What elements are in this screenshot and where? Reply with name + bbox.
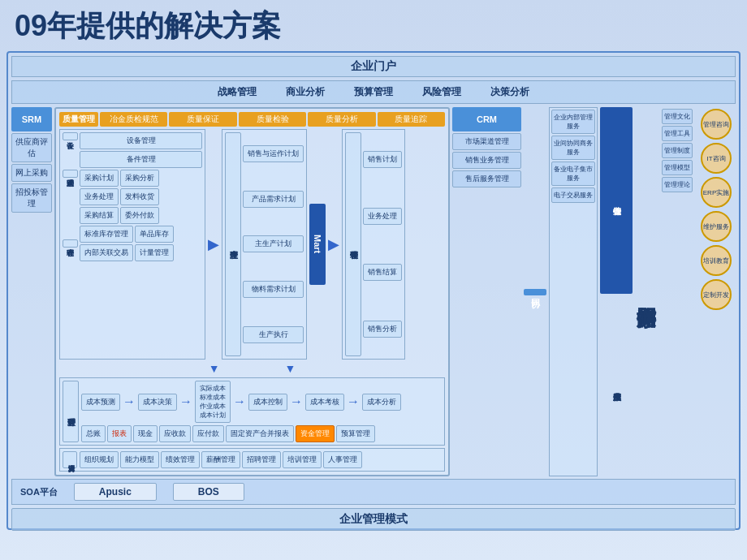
big-text: 抖嗣需炸东渊 — [635, 107, 658, 476]
product-demand-plan: 产品需求计划 — [243, 191, 304, 208]
mgmt-theory: 管理理论 — [662, 177, 693, 192]
mart-container: Mart — [309, 129, 326, 360]
equipment-row: 设备 设备管理 备件管理 — [63, 132, 202, 168]
best-practice-col: 钢铁行业 最佳应用实践 — [600, 107, 633, 476]
hr-personnel: 人事管理 — [323, 451, 362, 468]
ent-service-3: 备业电子集市服务 — [551, 162, 595, 186]
arrow-right-1: ▶ — [208, 129, 219, 360]
service-custom: 定制开发 — [701, 279, 732, 310]
ent-service-2: 业间协同商务服务 — [551, 136, 595, 160]
quality-item-2: 质量检验 — [239, 112, 306, 127]
best-practice: 最佳应用实践 — [600, 296, 633, 476]
sales-section: 销售管理 销售计划 业务处理 销售结算 销售分析 — [342, 129, 405, 360]
cost-analysis: 成本分析 — [362, 394, 401, 411]
mgmt-tools: 管理工具 — [662, 126, 693, 141]
hr-recruit: 招聘管理 — [242, 451, 281, 468]
cost-assessment: 成本考核 — [305, 394, 344, 411]
sales-plan: 销售计划 — [363, 151, 402, 168]
after-service: 售后服务管理 — [452, 170, 521, 187]
crm-column: CRM 市场渠道管理 销售业务管理 售后服务管理 — [452, 107, 521, 476]
purchase-row: 采购管理 采购计划 采购分析 业务处理 发料收货 — [63, 170, 202, 224]
steel-industry: 钢铁行业 — [600, 107, 633, 294]
production-section: 生产管理 销售与运作计划 产品需求计划 主生产计划 物料需求计划 生产执行 — [222, 129, 307, 360]
portal-header: 企业门户 — [11, 56, 736, 77]
biz-processing: 业务处理 — [80, 188, 119, 205]
service-maintenance: 维护服务 — [701, 211, 732, 242]
srm-box: SRM — [11, 107, 52, 131]
production-label: 生产管理 — [225, 132, 241, 356]
mart-box: Mart — [309, 204, 326, 285]
ledger-fixed-assets: 固定资产合并报表 — [226, 425, 294, 442]
sales-label: 销售管理 — [345, 132, 361, 356]
mgmt-system: 管理制度 — [662, 143, 693, 158]
cost-decision: 成本决策 — [138, 394, 177, 411]
cost-control: 成本控制 — [248, 394, 287, 411]
purchase-settlement: 采购结算 — [80, 207, 119, 224]
crm-box: CRM — [452, 107, 521, 131]
purchase-label: 采购管理 — [63, 170, 78, 178]
cost-row: 成本预测 → 成本决策 → 实际成本 标准成本 作业成本 成本计划 → 成本控制… — [81, 381, 442, 423]
top-nav: 战略管理 商业分析 预算管理 风险管理 决策分析 — [11, 80, 736, 104]
service-training: 培训教育 — [701, 245, 732, 276]
ledger-general: 总账 — [81, 425, 106, 442]
outsource-payment: 委外付款 — [120, 207, 159, 224]
purchase-analysis: 采购分析 — [120, 170, 159, 187]
warehouse-row: 仓存管理 标准库存管理 单品库存 内部关联交易 计量管理 — [63, 226, 202, 261]
market-channel: 市场渠道管理 — [452, 133, 521, 150]
nav-item-business[interactable]: 商业分析 — [279, 84, 331, 101]
srm-bidding: 招投标管理 — [11, 183, 52, 213]
cost-types: 实际成本 标准成本 作业成本 成本计划 — [195, 381, 231, 423]
quality-item-1: 质量保证 — [169, 112, 236, 127]
master-production-plan: 主生产计划 — [243, 235, 304, 252]
srm-items: 供应商评估 网上采购 招投标管理 — [11, 133, 52, 476]
mgmt-culture: 管理文化 — [662, 109, 693, 124]
ledger-cash: 现金 — [133, 425, 158, 442]
after-sales: 销售业务管理 — [452, 152, 521, 169]
srm-supplier: 供应商评估 — [11, 133, 52, 162]
quality-label: 质量管理 — [59, 112, 98, 127]
nav-item-decision[interactable]: 决策分析 — [484, 84, 536, 101]
quality-item-3: 质量分析 — [308, 112, 375, 127]
quality-bar: 质量管理 冶金质检规范 质量保证 质量检验 质量分析 质量追踪 — [59, 112, 445, 127]
hr-org-plan: 组织规划 — [80, 451, 119, 468]
collab-box: 协同 — [524, 289, 546, 295]
cost-forecast: 成本预测 — [81, 394, 120, 411]
ent-service-1: 企业内部管理服务 — [551, 110, 595, 134]
service-column: 管理咨询 IT咨询 ERP实施 维护服务 培训教育 定制开发 — [697, 107, 736, 476]
inner-area: 质量管理 冶金质检规范 质量保证 质量检验 质量分析 质量追踪 — [54, 107, 450, 476]
footer: 企业管理模式 — [11, 508, 736, 531]
hr-label: 人力资源管理 — [63, 451, 77, 468]
production-execution: 生产执行 — [243, 326, 304, 343]
soa-apusic: Apusic — [74, 483, 157, 501]
ledger-budget-mgmt: 预算管理 — [336, 425, 375, 442]
ledger-row: 总账 报表 现金 应收款 应付款 固定资产合并报表 资金管理 预算管理 — [81, 425, 442, 442]
material-demand-plan: 物料需求计划 — [243, 281, 304, 298]
main-container: 09年提供的解决方案 企业门户 战略管理 商业分析 预算管理 风险管理 决策分析… — [0, 0, 747, 560]
supply-chain-section: 设备 设备管理 备件管理 采购管理 采购计划 — [59, 129, 205, 360]
soa-bos: BOS — [173, 483, 244, 501]
biz-handle: 业务处理 — [363, 208, 402, 225]
sales-settlement: 销售结算 — [363, 264, 402, 281]
equipment-mgmt: 设备管理 — [80, 132, 202, 149]
middle-section: 设备 设备管理 备件管理 采购管理 采购计划 — [59, 129, 445, 360]
hr-training: 培训管理 — [283, 451, 322, 468]
arrow-right-2: ▶ — [328, 129, 339, 360]
enterprise-services: 企业内部管理服务 业间协同商务服务 备业电子集市服务 电子交易服务 — [549, 107, 598, 476]
nav-item-strategy[interactable]: 战略管理 — [211, 84, 263, 101]
service-erp: ERP实施 — [701, 177, 732, 208]
material-receipt: 发料收货 — [120, 188, 159, 205]
std-inventory: 标准库存管理 — [80, 226, 133, 243]
ledger-report: 报表 — [107, 425, 132, 442]
finance-section: 财务管理 成本预测 → 成本决策 → 实际成本 标准成本 作业成本 成本计划 →… — [59, 377, 445, 446]
soa-label: SOA平台 — [20, 486, 58, 498]
single-inventory: 单品库存 — [135, 226, 174, 243]
service-consulting: 管理咨询 — [701, 109, 732, 140]
nav-item-budget[interactable]: 预算管理 — [348, 84, 399, 101]
srm-online-purchase: 网上采购 — [11, 164, 52, 182]
quality-item-0: 冶金质检规范 — [100, 112, 167, 127]
ent-service-4: 电子交易服务 — [551, 187, 595, 203]
internal-trade: 内部关联交易 — [80, 244, 133, 261]
nav-item-risk[interactable]: 风险管理 — [416, 84, 468, 101]
mgmt-column: 管理文化 管理工具 管理制度 管理模型 管理理论 — [660, 107, 694, 476]
equipment-label: 设备 — [63, 132, 78, 140]
